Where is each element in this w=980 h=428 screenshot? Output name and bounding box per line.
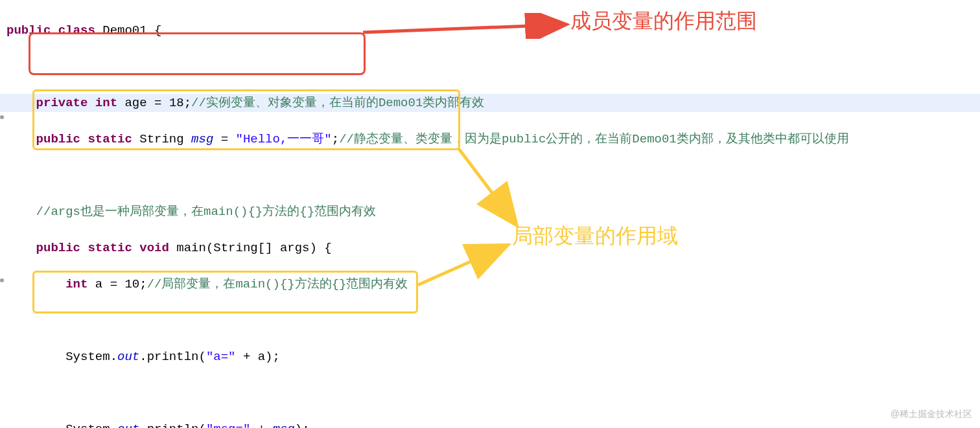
plus: + [250, 422, 272, 428]
label-local-scope: 局部变量的作用域 [512, 227, 678, 245]
kw-int: int [95, 96, 117, 110]
kw-public: public [36, 241, 80, 255]
string-literal: "Hello,一一哥" [236, 132, 332, 146]
comment-instance-var: //实例变量、对象变量，在当前的Demo01类内部有效 [191, 96, 484, 110]
kw-public: public [6, 23, 51, 38]
comment-args: //args也是一种局部变量，在main(){}方法的{}范围内有效 [36, 205, 376, 219]
field-msg: msg [191, 132, 213, 146]
kw-class: class [58, 23, 95, 38]
decl-age: age = 18; [117, 96, 191, 110]
comment-local-var: //局部变量，在main(){}方法的{}范围内有效 [147, 277, 408, 291]
main-signature: main(String[] args) { [169, 241, 332, 255]
println: .println( [139, 350, 206, 364]
gutter-marker [0, 115, 4, 119]
sys: System. [65, 350, 117, 364]
out: out [117, 422, 139, 428]
code-block: public class Demo01 { private int age = … [6, 3, 849, 428]
kw-void: void [139, 241, 169, 255]
gutter-marker [0, 278, 4, 282]
type-string: String [132, 132, 191, 146]
comment-static-var: //静态变量、类变量，因为是public公开的，在当前Demo01类内部，及其他… [339, 132, 849, 146]
kw-static: static [88, 241, 132, 255]
expr: + a); [236, 350, 280, 364]
kw-public: public [36, 132, 80, 146]
semicolon: ; [332, 132, 339, 146]
end: ); [295, 422, 310, 428]
field-msg: msg [273, 422, 295, 428]
println: .println( [139, 422, 206, 428]
kw-static: static [88, 132, 132, 146]
eq: = [213, 132, 235, 146]
sys: System. [65, 422, 117, 428]
out: out [117, 350, 139, 364]
label-member-scope: 成员变量的作用范围 [570, 12, 757, 30]
kw-private: private [36, 96, 88, 110]
kw-int: int [65, 277, 88, 291]
string-literal: "msg=" [206, 422, 250, 428]
decl-a: a = 10; [88, 277, 146, 291]
watermark: @稀土掘金技术社区 [891, 405, 972, 423]
class-name: Demo01 { [102, 23, 161, 38]
string-literal: "a=" [206, 350, 236, 364]
